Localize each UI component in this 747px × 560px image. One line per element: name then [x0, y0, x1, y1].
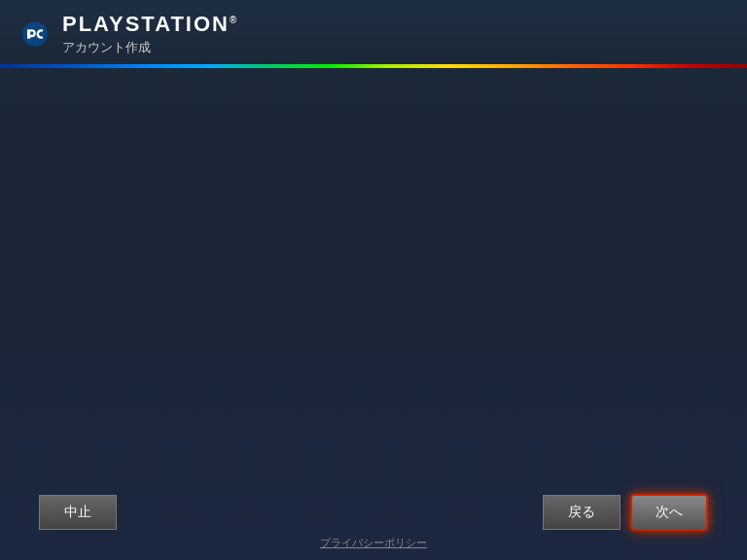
rainbow-bar [0, 64, 747, 68]
playstation-title: PLAYSTATION® [62, 12, 238, 37]
bottom-bar: 中止 戻る 次へ [0, 494, 747, 531]
account-creation-subtitle: アカウント作成 [62, 39, 238, 56]
nav-buttons: 戻る 次へ [543, 494, 708, 531]
header: PLAYSTATION® アカウント作成 [0, 0, 747, 64]
cancel-button[interactable]: 中止 [39, 495, 117, 530]
next-button[interactable]: 次へ [630, 494, 708, 531]
privacy-policy-link[interactable]: プライバシーポリシー [320, 536, 427, 550]
playstation-logo [19, 18, 51, 50]
back-button[interactable]: 戻る [543, 495, 621, 530]
header-text: PLAYSTATION® アカウント作成 [62, 12, 238, 56]
